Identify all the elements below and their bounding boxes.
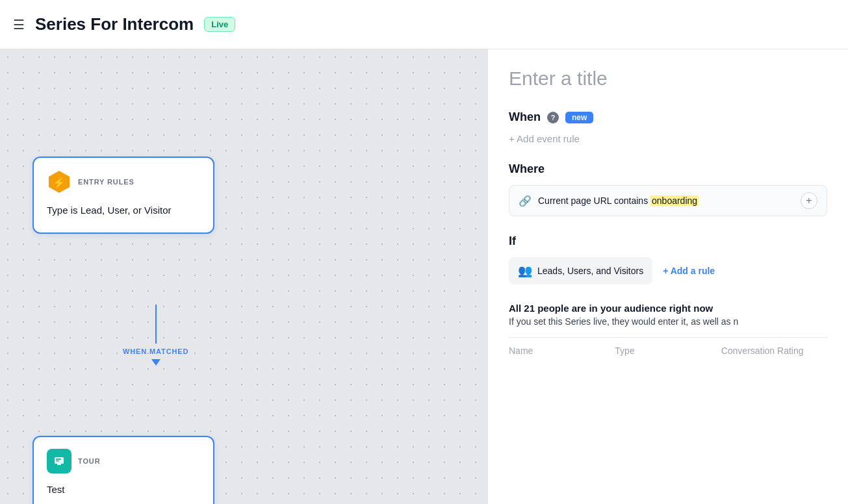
where-section: Where 🔗 Current page URL contains onboar… bbox=[509, 162, 827, 216]
tour-label: TOUR bbox=[78, 457, 100, 465]
tour-card-header: TOUR bbox=[47, 449, 200, 473]
app-header: ☰ Series For Intercom Live bbox=[0, 0, 848, 49]
when-section-header: When ? new bbox=[509, 110, 827, 124]
if-title: If bbox=[509, 234, 516, 248]
tour-icon bbox=[47, 449, 71, 473]
where-title: Where bbox=[509, 162, 545, 176]
if-section-header: If bbox=[509, 234, 827, 248]
svg-text:⚡: ⚡ bbox=[53, 177, 66, 189]
audience-label: Leads, Users, and Visitors bbox=[537, 266, 643, 276]
when-matched-label: WHEN MATCHED bbox=[123, 347, 188, 355]
entry-rules-content: Type is Lead, User, or Visitor bbox=[47, 203, 200, 218]
card-header: ⚡ ENTRY RULES bbox=[47, 170, 200, 194]
where-section-header: Where bbox=[509, 162, 827, 176]
audience-chip: 👥 Leads, Users, and Visitors bbox=[509, 257, 652, 284]
entry-rules-label: ENTRY RULES bbox=[78, 178, 135, 186]
add-a-rule-button[interactable]: + Add a rule bbox=[663, 266, 715, 276]
url-rule-row[interactable]: 🔗 Current page URL contains onboarding + bbox=[509, 185, 827, 216]
audience-summary: All 21 people are in your audience right… bbox=[509, 303, 827, 327]
new-badge: new bbox=[565, 112, 593, 123]
entry-icon: ⚡ bbox=[47, 170, 71, 194]
svg-rect-5 bbox=[57, 464, 61, 465]
flow-canvas[interactable]: ⚡ ENTRY RULES Type is Lead, User, or Vis… bbox=[0, 49, 487, 504]
audience-count: All 21 people are in your audience right… bbox=[509, 303, 827, 314]
svg-rect-2 bbox=[55, 457, 64, 464]
hamburger-icon[interactable]: ☰ bbox=[13, 17, 25, 32]
people-icon: 👥 bbox=[518, 264, 532, 278]
url-rule-text: Current page URL contains onboarding bbox=[538, 195, 794, 206]
connector-line bbox=[155, 305, 157, 344]
when-title: When bbox=[509, 110, 541, 124]
when-section: When ? new + Add event rule bbox=[509, 110, 827, 144]
connector-arrow bbox=[151, 359, 161, 366]
when-help-icon[interactable]: ? bbox=[547, 112, 559, 123]
flow-connector: WHEN MATCHED bbox=[123, 305, 188, 366]
page-title: Series For Intercom bbox=[35, 14, 194, 34]
entry-rules-card[interactable]: ⚡ ENTRY RULES Type is Lead, User, or Vis… bbox=[32, 157, 214, 234]
live-badge: Live bbox=[204, 17, 235, 32]
svg-rect-4 bbox=[56, 460, 59, 462]
table-col-type: Type bbox=[615, 346, 721, 356]
link-icon: 🔗 bbox=[519, 195, 532, 207]
table-col-rating: Conversation Rating bbox=[721, 346, 827, 356]
audience-description: If you set this Series live, they would … bbox=[509, 316, 827, 327]
add-event-rule-button[interactable]: + Add event rule bbox=[509, 133, 580, 144]
right-panel: Enter a title When ? new + Add event rul… bbox=[487, 49, 848, 504]
url-rule-add-button[interactable]: + bbox=[801, 192, 817, 209]
panel-title[interactable]: Enter a title bbox=[509, 68, 827, 90]
tour-card[interactable]: TOUR Test bbox=[32, 436, 214, 504]
main-content: ⚡ ENTRY RULES Type is Lead, User, or Vis… bbox=[0, 49, 848, 504]
tour-content: Test bbox=[47, 483, 200, 498]
table-header: Name Type Conversation Rating bbox=[509, 337, 827, 356]
svg-rect-3 bbox=[56, 459, 61, 460]
if-section: If 👥 Leads, Users, and Visitors + Add a … bbox=[509, 234, 827, 284]
if-row: 👥 Leads, Users, and Visitors + Add a rul… bbox=[509, 257, 827, 284]
table-col-name: Name bbox=[509, 346, 615, 356]
